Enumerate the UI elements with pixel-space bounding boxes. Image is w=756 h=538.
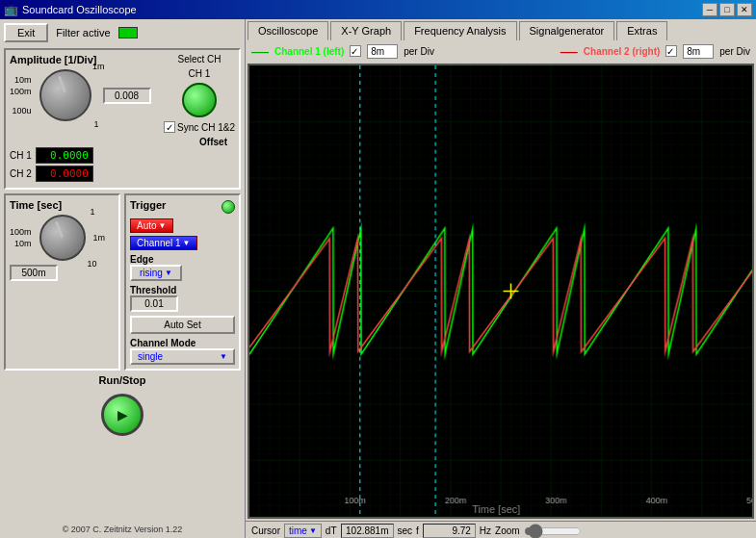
offset-ch2-display: 0.0000 [36, 166, 93, 182]
title-bar-controls: ─ □ ✕ [702, 3, 752, 16]
time-knob[interactable] [39, 215, 86, 261]
offset-ch1-row: CH 1 0.0000 [10, 147, 235, 164]
amplitude-title: Amplitude [1/Div] [10, 54, 151, 65]
trigger-mode-label: Auto [137, 220, 157, 231]
dt-label: dT [326, 525, 337, 536]
channel-mode-button[interactable]: single ▼ [130, 348, 235, 365]
offset-ch1-label: CH 1 [10, 150, 32, 161]
scope-canvas [249, 65, 752, 517]
tab-signal-gen[interactable]: Signalgenerator [519, 21, 615, 40]
channel-mode-section: Channel Mode single ▼ [130, 338, 235, 365]
channel-mode-arrow: ▼ [220, 352, 227, 361]
cursor-label: Cursor [251, 525, 280, 536]
run-stop-button[interactable] [101, 394, 143, 436]
left-panel: Exit Filter active Amplitude [1/Div] 10m… [0, 19, 246, 538]
exit-button[interactable]: Exit [4, 23, 48, 42]
trigger-channel-button[interactable]: Channel 1 ▼ [130, 236, 197, 250]
f-value: 9.72 [423, 524, 476, 538]
edge-value: rising [140, 268, 163, 278]
tab-xy-graph[interactable]: X-Y Graph [330, 21, 402, 40]
cursor-type-button[interactable]: time ▼ [284, 524, 322, 538]
trigger-mode-button[interactable]: Auto ▼ [130, 218, 173, 233]
zoom-slider[interactable] [524, 525, 582, 537]
time-label-1m: 1m [93, 233, 106, 243]
ch2-line-icon: — [560, 42, 578, 60]
amplitude-panel: Amplitude [1/Div] 10m 100m 100u 1m 1 [4, 48, 241, 190]
edge-label: Edge [130, 254, 235, 265]
footer-text: © 2007 C. Zeitnitz Version 1.22 [63, 525, 183, 534]
tab-oscilloscope[interactable]: Oscilloscope [248, 21, 328, 40]
time-label-10: 10 [88, 259, 97, 269]
ch1-bar-checkbox[interactable]: ✓ [350, 45, 361, 57]
select-ch-label: Select CH [177, 54, 221, 64]
sync-checkbox[interactable]: ✓ [164, 121, 175, 133]
trigger-channel-arrow: ▼ [183, 239, 191, 247]
tab-freq-analysis[interactable]: Frequency Analysis [404, 21, 516, 40]
ch1-per-div-label: per Div [404, 46, 434, 57]
ch1-label: CH 1 [189, 68, 211, 79]
ch2-per-div-label: per Div [719, 46, 750, 57]
ch1-selector[interactable] [182, 83, 217, 117]
amplitude-input[interactable]: 0.008 [103, 88, 151, 104]
ch2-per-div-input[interactable]: 8m [683, 44, 714, 59]
main-content: Exit Filter active Amplitude [1/Div] 10m… [0, 19, 756, 538]
cursor-type-arrow: ▼ [309, 526, 317, 535]
threshold-section: Threshold 0.01 [130, 285, 235, 312]
title-bar-left: 📺 Soundcard Oszilloscope [4, 3, 137, 16]
offset-title: Offset [10, 137, 227, 147]
time-input[interactable]: 500m [10, 265, 58, 281]
sync-check[interactable]: ✓ Sync CH 1&2 [164, 121, 235, 133]
select-ch-area: Select CH CH 1 ✓ Sync CH 1&2 [164, 54, 235, 133]
edge-arrow: ▼ [165, 269, 172, 277]
f-label: f [416, 525, 419, 536]
title-bar: 📺 Soundcard Oszilloscope ─ □ ✕ [0, 0, 756, 19]
offset-ch2-row: CH 2 0.0000 [10, 166, 235, 182]
edge-button[interactable]: rising ▼ [130, 265, 182, 281]
ch1-line-icon: — [251, 42, 269, 60]
amp-label-1m: 1m [92, 62, 105, 71]
maximize-button[interactable]: □ [719, 3, 735, 16]
app-icon: 📺 [4, 3, 18, 16]
cursor-type-label: time [289, 525, 307, 536]
dt-value: 102.881m [341, 524, 394, 538]
amp-label-100m: 100m [10, 87, 32, 96]
offset-ch2-label: CH 2 [10, 168, 32, 179]
time-label-1: 1 [91, 207, 95, 217]
time-title: Time [sec] [10, 199, 115, 211]
ch1-per-div-input[interactable]: 8m [367, 44, 398, 59]
run-stop-section: Run/Stop [4, 374, 241, 436]
tabs-bar: Oscilloscope X-Y Graph Frequency Analysi… [246, 19, 756, 40]
time-label-100m: 100m [10, 227, 32, 237]
sync-label: Sync CH 1&2 [177, 122, 235, 133]
trigger-indicator [222, 200, 235, 214]
top-bar: Exit Filter active [4, 23, 241, 42]
dt-unit: sec [398, 525, 413, 536]
amp-label-100u: 100u [12, 106, 31, 115]
footer: © 2007 C. Zeitnitz Version 1.22 [4, 521, 241, 534]
zoom-label: Zoom [495, 525, 520, 536]
right-panel: Oscilloscope X-Y Graph Frequency Analysi… [246, 19, 756, 538]
time-panel: Time [sec] 100m 10m 1 10 1m 500m [4, 193, 120, 371]
threshold-input[interactable]: 0.01 [130, 295, 178, 312]
amp-label-10m: 10m [14, 75, 32, 85]
tab-extras[interactable]: Extras [616, 21, 667, 40]
channel-mode-label: Channel Mode [130, 338, 235, 348]
run-stop-label: Run/Stop [99, 374, 146, 386]
trigger-header: Trigger [130, 199, 235, 215]
app-title: Soundcard Oszilloscope [22, 4, 137, 15]
ch2-bar-label: Channel 2 (right) [584, 46, 660, 57]
trigger-panel: Trigger Auto ▼ Channel 1 ▼ Edge risi [124, 193, 241, 371]
ch1-bar-label: Channel 1 (left) [274, 46, 344, 57]
oscilloscope-display [248, 64, 754, 519]
amplitude-knob[interactable] [39, 69, 91, 121]
channel-mode-value: single [138, 351, 163, 362]
minimize-button[interactable]: ─ [702, 3, 717, 16]
ch2-bar-checkbox[interactable]: ✓ [665, 45, 677, 57]
time-trigger-row: Time [sec] 100m 10m 1 10 1m 500m [4, 193, 241, 371]
offset-section: Offset CH 1 0.0000 CH 2 0.0000 [10, 137, 235, 182]
trigger-mode-arrow: ▼ [159, 221, 167, 230]
autoset-button[interactable]: Auto Set [130, 316, 235, 334]
trigger-channel-label: Channel 1 [137, 238, 181, 248]
close-button[interactable]: ✕ [737, 3, 752, 16]
channel-bar: — Channel 1 (left) ✓ 8m per Div — Channe… [246, 40, 756, 62]
